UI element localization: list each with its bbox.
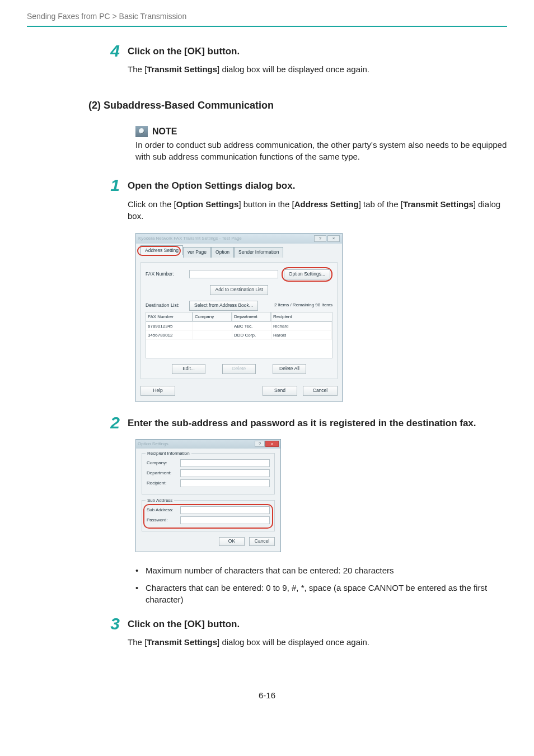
bullet-icon: • xyxy=(135,564,146,576)
dialog-title: Option Settings xyxy=(138,441,168,447)
col-recipient[interactable]: Recipient xyxy=(271,312,332,321)
t: ] tab of the [ xyxy=(359,199,403,209)
callout-annotation xyxy=(137,246,181,256)
fax-number-input[interactable] xyxy=(189,270,278,278)
send-button[interactable]: Send xyxy=(263,386,297,396)
callout-annotation: Option Settings... xyxy=(282,267,332,282)
t: ] button in the [ xyxy=(238,199,294,209)
delete-button[interactable]: Delete xyxy=(222,364,256,374)
step4-text: The [Transmit Settings] dialog box will … xyxy=(128,63,507,75)
recipient-input[interactable] xyxy=(180,479,270,487)
company-label: Company: xyxy=(147,460,177,466)
step3-title: Click on the [OK] button. xyxy=(128,618,507,631)
note-text: In order to conduct sub address communic… xyxy=(135,139,507,162)
t: The [ xyxy=(128,64,147,74)
dialog-titlebar[interactable]: Option Settings ? × xyxy=(136,440,280,449)
recipient-label: Recipient: xyxy=(147,480,177,486)
cell-recip: Richard xyxy=(271,322,332,330)
group-legend: Recipient Information xyxy=(146,450,191,456)
breadcrumb: Sending Faxes from PC > Basic Transmissi… xyxy=(27,11,507,22)
ok-button[interactable]: OK xyxy=(219,537,245,546)
bullet-icon: • xyxy=(135,582,146,605)
cell-company xyxy=(193,331,232,339)
col-fax[interactable]: FAX Number xyxy=(146,312,193,321)
note-icon xyxy=(135,126,148,137)
sub-address-group: Sub Address Sub Address: Password: xyxy=(142,500,275,531)
select-from-address-book-button[interactable]: Select from Address Book... xyxy=(189,301,258,311)
list-item[interactable]: 6789012345 ABC Tec. Richard xyxy=(146,322,332,331)
destination-list-header: FAX Number Company Department Recipient xyxy=(146,312,332,321)
destination-status: 2 Items / Remaining 98 Items xyxy=(274,302,332,308)
col-company[interactable]: Company xyxy=(193,312,232,321)
t-bold: Option Settings xyxy=(176,199,239,209)
step-number-2: 2 xyxy=(110,413,120,432)
fax-number-label: FAX Number: xyxy=(146,271,186,278)
option-settings-dialog: Option Settings ? × Recipient Informatio… xyxy=(135,439,281,552)
step-number-3: 3 xyxy=(110,614,120,633)
company-input[interactable] xyxy=(180,459,270,467)
add-to-destination-button[interactable]: Add to Destination List xyxy=(210,285,268,295)
recipient-info-group: Recipient Information Company: Departmen… xyxy=(142,453,275,494)
t: ] dialog box will be displayed once agai… xyxy=(217,64,369,74)
option-settings-button[interactable]: Option Settings... xyxy=(284,269,330,279)
list-item[interactable]: 3456789012 DDD Corp. Harold xyxy=(146,331,332,340)
section-heading: (2) Subaddress-Based Communication xyxy=(88,99,507,113)
t: The [ xyxy=(128,637,147,647)
col-department[interactable]: Department xyxy=(232,312,271,321)
window-close-button[interactable]: × xyxy=(265,441,279,447)
window-close-button[interactable]: × xyxy=(327,235,340,242)
divider xyxy=(27,26,507,27)
cell-fax: 3456789012 xyxy=(146,331,193,339)
tab-sender-information[interactable]: Sender Information xyxy=(234,247,283,258)
window-help-button[interactable]: ? xyxy=(314,235,326,242)
step-number-4: 4 xyxy=(110,41,120,60)
t: Click on the [ xyxy=(128,199,176,209)
cell-recip: Harold xyxy=(271,331,332,339)
t-bold: Transmit Settings xyxy=(147,64,217,74)
step-number-1: 1 xyxy=(110,176,120,194)
step4-title: Click on the [OK] button. xyxy=(128,45,507,58)
step1-text: Click on the [Option Settings] button in… xyxy=(128,198,507,222)
edit-button[interactable]: Edit... xyxy=(172,364,205,374)
tab-cover-page[interactable]: ver Page xyxy=(183,247,211,258)
transmit-settings-dialog: Kyocera Network FAX Transmit Settings - … xyxy=(135,233,343,402)
bullet-text: Characters that can be entered: 0 to 9, … xyxy=(146,582,507,605)
department-input[interactable] xyxy=(180,469,270,477)
window-help-button[interactable]: ? xyxy=(255,441,265,447)
callout-annotation xyxy=(143,504,273,529)
step2-title: Enter the sub-address and password as it… xyxy=(128,417,507,430)
t-bold: Transmit Settings xyxy=(147,637,217,647)
department-label: Department: xyxy=(147,470,177,476)
dialog-titlebar[interactable]: Kyocera Network FAX Transmit Settings - … xyxy=(136,234,342,244)
tab-option[interactable]: Option xyxy=(211,247,234,258)
t-bold: Address Setting xyxy=(294,199,359,209)
cell-dept: DDD Corp. xyxy=(232,331,271,339)
step3-text: The [Transmit Settings] dialog box will … xyxy=(128,636,507,648)
cancel-button[interactable]: Cancel xyxy=(303,386,338,396)
cell-dept: ABC Tec. xyxy=(232,322,271,330)
dialog-title: Kyocera Network FAX Transmit Settings - … xyxy=(138,235,242,241)
cell-company xyxy=(193,322,232,330)
page-number: 6-16 xyxy=(27,689,507,701)
destination-list[interactable]: 6789012345 ABC Tec. Richard 3456789012 D… xyxy=(146,321,332,358)
t-bold: Transmit Settings xyxy=(403,199,474,209)
bullet-text: Maximum number of characters that can be… xyxy=(146,564,507,576)
t: ] dialog box will be displayed once agai… xyxy=(217,637,369,647)
note-label: NOTE xyxy=(152,125,177,138)
cancel-button[interactable]: Cancel xyxy=(249,537,275,546)
delete-all-button[interactable]: Delete All xyxy=(273,364,306,374)
help-button[interactable]: Help xyxy=(140,386,175,396)
destination-list-label: Destination List: xyxy=(146,302,186,309)
cell-fax: 6789012345 xyxy=(146,322,193,330)
group-legend: Sub Address xyxy=(146,497,174,503)
step1-title: Open the Option Settings dialog box. xyxy=(128,179,507,193)
